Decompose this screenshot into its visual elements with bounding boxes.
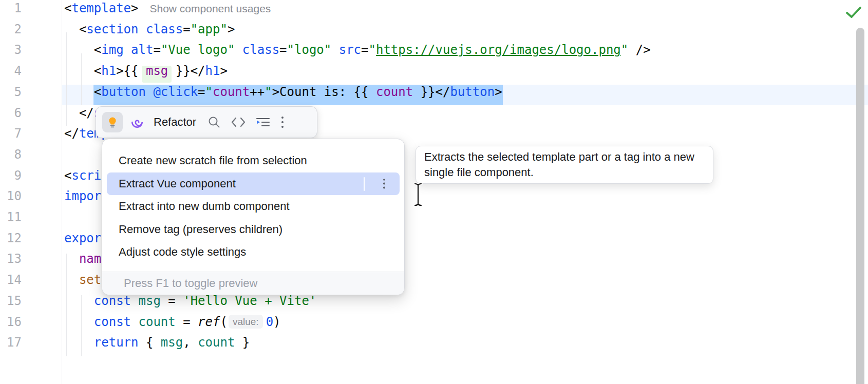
menu-item-create-scratch-file[interactable]: Create new scratch file from selection [102, 149, 404, 172]
code-token: class [242, 43, 279, 57]
line-number[interactable]: 13 [0, 252, 22, 273]
menu-item-extract-vue-component[interactable]: Extract Vue component [107, 172, 400, 196]
lightbulb-icon [106, 116, 119, 128]
code-token: msg [139, 294, 161, 308]
code-token: = [198, 85, 205, 99]
code-token: }} [421, 85, 436, 99]
code-line[interactable]: const msg = 'Hello Vue + Vite' [64, 294, 316, 315]
code-token: class [146, 22, 183, 36]
code-token: " [369, 43, 376, 57]
code-token: " [621, 43, 628, 57]
code-token: = [183, 22, 190, 36]
code-token: > [272, 85, 279, 99]
code-token [64, 64, 94, 78]
line-number[interactable]: 14 [0, 273, 22, 294]
line-number[interactable]: 1 [0, 1, 22, 22]
menu-item-remove-tag[interactable]: Remove tag (preserves children) [102, 218, 404, 241]
inlay-hint-component-usages[interactable]: Show component usages [150, 3, 271, 14]
code-token: button [101, 85, 146, 99]
code-token: </ [64, 126, 79, 141]
code-token: /> [628, 43, 650, 57]
code-token [131, 294, 138, 308]
code-token: count [213, 85, 250, 99]
code-token: </ [191, 64, 205, 78]
code-line[interactable]: return { msg, count } [64, 335, 250, 356]
code-token: = [176, 315, 198, 329]
menu-item-adjust-code-style[interactable]: Adjust code style settings [102, 241, 404, 264]
code-token: const [94, 315, 131, 329]
parameter-name-hint[interactable]: value: [229, 315, 263, 329]
inspections-ok-icon[interactable] [844, 5, 863, 21]
code-token: "app" [191, 22, 228, 36]
more-options-icon[interactable] [281, 117, 284, 128]
line-number[interactable]: 15 [0, 294, 22, 315]
code-token: "logo" [287, 43, 332, 57]
code-line[interactable]: <img alt="Vue logo" class="logo" src="ht… [64, 43, 651, 64]
code-line[interactable]: <button @click="count++">Count is: {{ co… [64, 85, 502, 106]
code-token: const [94, 294, 131, 308]
code-token: }} [176, 64, 191, 78]
code-token: Count is: [279, 85, 354, 99]
line-number[interactable]: 12 [0, 231, 22, 252]
code-token [64, 294, 94, 308]
code-line[interactable]: <template>Show component usages [64, 1, 271, 22]
code-token [64, 273, 79, 287]
line-number[interactable]: 6 [0, 106, 22, 127]
code-line[interactable]: <section class="app"> [64, 22, 235, 43]
line-number[interactable]: 7 [0, 126, 22, 147]
ai-assistant-icon[interactable] [130, 115, 144, 129]
code-token [64, 252, 79, 266]
refactor-dropdown-menu: Create new scratch file from selection E… [102, 139, 405, 295]
code-token: count [368, 85, 420, 99]
code-token: < [94, 85, 101, 99]
line-number[interactable]: 4 [0, 64, 22, 85]
code-token: button [450, 85, 495, 99]
code-token: > [131, 1, 138, 15]
code-token: < [64, 1, 71, 15]
code-token: > [228, 22, 235, 36]
code-token: ) [273, 315, 280, 329]
line-number[interactable]: 2 [0, 22, 22, 43]
code-brackets-icon[interactable] [231, 117, 246, 128]
code-token: alt [131, 43, 153, 57]
code-token [131, 315, 138, 329]
line-number[interactable]: 5 [0, 85, 22, 106]
menu-item-more-icon[interactable] [383, 179, 385, 188]
code-token: = [161, 294, 183, 308]
indent-preview-icon[interactable] [255, 116, 271, 128]
search-icon[interactable] [207, 116, 221, 129]
code-token: = [279, 43, 287, 57]
code-token: https://vuejs.org/images/logo.png [376, 43, 621, 57]
code-token [139, 22, 146, 36]
line-number[interactable]: 3 [0, 43, 22, 64]
line-number[interactable]: 10 [0, 189, 22, 210]
vertical-scrollbar[interactable] [856, 28, 864, 384]
code-token [146, 85, 153, 99]
code-token: {{ [124, 64, 139, 78]
code-token [235, 43, 242, 57]
code-token: 'Hello Vue + Vite' [183, 294, 316, 308]
code-token: src [339, 43, 361, 57]
line-number[interactable]: 17 [0, 335, 22, 356]
code-token: </ [436, 85, 450, 99]
code-token: msg [161, 335, 183, 350]
code-token: = [361, 43, 368, 57]
code-token: @click [153, 85, 198, 99]
code-line[interactable]: const count = ref(value:0) [64, 315, 281, 336]
code-line[interactable]: <h1>{{ msg }}</h1> [64, 64, 228, 85]
line-number[interactable]: 9 [0, 168, 22, 189]
code-token: "Vue logo" [161, 43, 235, 57]
code-token: ref [198, 315, 220, 329]
code-token: = [153, 43, 160, 57]
menu-item-extract-dumb-component[interactable]: Extract into new dumb component [102, 195, 404, 218]
line-number[interactable]: 16 [0, 315, 22, 336]
line-number[interactable]: 11 [0, 210, 22, 231]
code-token: , [183, 335, 198, 350]
code-token [331, 43, 338, 57]
code-token: } [235, 335, 250, 350]
code-token: > [220, 64, 227, 78]
line-number[interactable]: 8 [0, 147, 22, 168]
code-token: h1 [101, 64, 116, 78]
intention-toolbar-popup: Refactor [96, 106, 317, 138]
intention-bulb-button[interactable] [102, 112, 123, 132]
